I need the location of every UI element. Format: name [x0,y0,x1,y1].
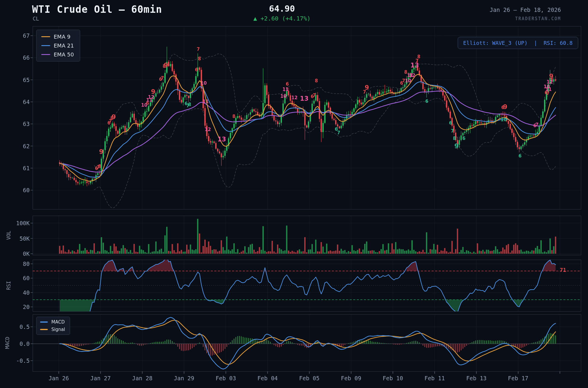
price-axis-tick: 65 [23,77,30,83]
x-axis-tick: Jan 28 [132,375,153,381]
x-axis-tick: Feb 05 [299,375,320,381]
x-axis-tick: Feb 17 [508,375,528,381]
td-count-annotation: 8 [98,164,101,169]
price-axis-tick: 60 [23,187,30,193]
td-count-annotation: 12 [547,80,553,84]
macd-axis-tick: -0.5 [16,357,30,364]
legend-label: EMA 21 [54,42,74,49]
td-count-annotation: 12 [291,96,298,100]
td-count-annotation: 7 [313,93,316,98]
elliott-wave-badge: Elliott: WAVE_3 (UP) | RSI: 60.8 [458,37,578,49]
legend-item: EMA 21 [41,42,74,49]
td-count-annotation: 12 [205,127,211,132]
price-axis-tick: 67 [23,32,30,39]
td-count-annotation: 6 [195,68,198,72]
td-count-annotation: 11 [546,87,552,92]
x-axis-tick: Jan 26 [49,375,69,381]
td-count-annotation: 7 [451,129,454,133]
x-axis-tick: Feb 11 [424,375,445,381]
price-axis-tick: 61 [23,165,30,171]
td-count-annotation: 10 [501,118,507,122]
td-count-annotation: 10 [405,79,411,83]
legend-label: MACD [51,319,65,325]
ema-legend: EMA 9EMA 21EMA 50 [36,30,80,61]
rsi-panel-label: RSI [6,281,12,290]
volume-panel-label: VOL [6,231,12,240]
td-count-annotation: 12 [148,95,154,100]
macd-legend: MACDSignal [36,317,70,335]
td-count-annotation: 7 [197,47,200,52]
td-count-annotation: 8 [417,54,420,59]
legend-item: EMA 50 [41,51,74,58]
legend-swatch-icon [41,36,50,37]
date-range: Jan 26 — Feb 18, 2026 [490,7,561,13]
legend-label: Signal [51,327,65,332]
td-count-annotation: 9 [99,149,104,155]
watermark: TRADERSTAN.COM [515,16,561,21]
price-axis-tick: 62 [23,143,30,149]
td-count-annotation: 8 [232,114,235,119]
td-count-annotation: 11 [203,100,209,104]
legend-item: Signal [40,327,65,332]
price-axis-tick: 66 [23,54,30,61]
trading-chart-page: WTI Crude Oil — 60min CL 64.90 ▲ +2.60 (… [0,0,588,388]
td-count-annotation: 13 [300,95,308,102]
rsi-axis-tick: 20 [23,304,30,310]
td-count-annotation: 10 [280,94,287,99]
legend-swatch-icon [41,45,50,46]
td-count-annotation: 10 [201,81,207,86]
td-count-annotation: 8 [315,79,318,83]
td-count-annotation: 9 [365,85,369,91]
price-axis-tick: 64 [23,99,30,105]
td-count-annotation: 13 [217,136,226,143]
legend-label: EMA 50 [54,51,74,58]
td-count-annotation: 6 [286,82,289,86]
td-count-annotation: 6 [462,136,465,141]
x-axis-tick: Feb 04 [257,375,278,381]
rsi-axis-tick: 60 [23,275,30,281]
td-count-annotation: 6 [519,154,522,158]
macd-panel-label: MACD [4,337,10,349]
td-count-annotation: 9 [164,62,168,69]
x-axis-tick: Jan 27 [90,375,111,381]
td-count-annotation: 11 [283,87,289,92]
td-count-annotation: 7 [416,59,419,63]
legend-swatch-icon [40,329,48,330]
td-count-annotation: 9 [454,143,459,149]
price-axis-tick: 63 [23,121,30,127]
td-count-annotation: 9 [503,104,508,110]
legend-item: EMA 9 [41,34,74,40]
x-axis-tick: Feb 09 [341,375,362,381]
td-count-annotation: 6 [449,121,452,125]
td-count-annotation: 7 [161,76,164,81]
x-axis-tick: Feb 13 [466,375,487,381]
page-title: WTI Crude Oil — 60min [32,4,162,15]
td-count-annotation: 12 [409,73,416,78]
last-price: 64.90 [269,4,295,14]
legend-item: MACD [40,319,65,325]
x-axis-tick: Feb 10 [383,375,403,381]
td-count-annotation: 6 [425,99,428,104]
legend-swatch-icon [40,321,48,323]
rsi-last-value: 71 [560,267,566,273]
symbol-label: CL [33,15,39,22]
x-axis-tick: Jan 29 [174,375,194,381]
volume-axis-tick: 0K [23,250,30,257]
macd-axis-tick: 0.5 [20,324,30,330]
td-count-annotation: 7 [337,131,340,135]
td-count-annotation: 8 [453,136,456,141]
rsi-axis-tick: 40 [23,289,30,296]
td-count-annotation: 9 [151,89,156,95]
price-change: ▲ +2.60 (+4.17%) [253,15,311,22]
legend-swatch-icon [41,54,50,55]
x-axis-tick: Feb 03 [215,375,236,381]
td-count-annotation: 7 [535,123,538,127]
legend-label: EMA 9 [54,34,70,40]
macd-axis-tick: 0.0 [20,340,30,347]
volume-axis-tick: 100K [16,220,30,226]
price-chart-canvas[interactable] [0,0,588,388]
rsi-axis-tick: 80 [23,261,30,267]
td-count-annotation: 8 [198,57,201,61]
td-count-annotation: 9 [112,114,116,120]
td-count-annotation: 9 [549,73,554,80]
